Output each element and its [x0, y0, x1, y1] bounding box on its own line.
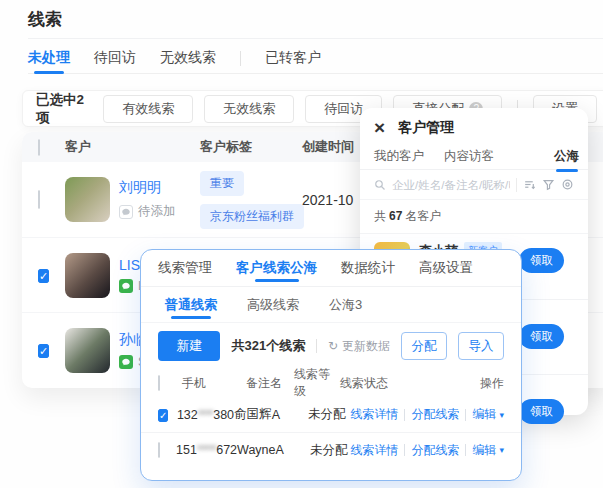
page-tab-bar: 未处理 待回访 无效线索 已转客户 — [28, 43, 603, 74]
page-title: 线索 — [28, 8, 62, 31]
wechat-status: 待添加 — [138, 203, 176, 220]
close-icon[interactable]: × — [374, 120, 385, 136]
header-customer: 客户 — [65, 138, 200, 156]
lead-pool-table-header: 手机 备注名 线索等级 线索状态 操作 — [141, 369, 521, 397]
search-icon — [374, 179, 386, 191]
customer-name-link[interactable]: 刘明明 — [119, 179, 176, 197]
subtab-pool3[interactable]: 公海3 — [329, 287, 362, 322]
op-divider — [465, 444, 466, 456]
claim-button[interactable]: 领取 — [519, 399, 564, 424]
customer-panel-tab-bar: 我的客户 内容访客 公海 — [360, 144, 588, 170]
tab-advanced-settings[interactable]: 高级设置 — [419, 250, 473, 286]
search-input[interactable] — [392, 179, 510, 191]
app-window: 线索 未处理 待回访 无效线索 已转客户 已选中2项 有效线索 无效线索 待回访… — [0, 0, 603, 488]
op-divider — [404, 444, 405, 456]
assign-lead-link[interactable]: 分配线索 — [411, 406, 459, 423]
masked-digits: ***** — [197, 443, 216, 457]
tab-public-pool[interactable]: 公海 — [554, 148, 579, 165]
chevron-down-icon[interactable]: ▾ — [499, 445, 504, 455]
row-checkbox[interactable]: ✓ — [38, 269, 49, 283]
avatar — [65, 253, 110, 298]
filter-icon[interactable] — [542, 178, 555, 191]
sort-icon[interactable] — [523, 178, 536, 191]
tab-data-statistics[interactable]: 数据统计 — [341, 250, 395, 286]
tab-unprocessed[interactable]: 未处理 — [28, 43, 70, 73]
header-operations: 操作 — [394, 375, 504, 392]
valid-lead-button[interactable]: 有效线索 — [103, 95, 193, 123]
lead-detail-link[interactable]: 线索详情 — [350, 406, 398, 423]
lead-level: A — [272, 408, 308, 422]
customer-search-bar — [360, 170, 588, 200]
row-checkbox[interactable]: ✓ — [38, 344, 49, 358]
wechat-icon — [119, 279, 133, 293]
leads-pool-panel: 线索管理 客户线索公海 数据统计 高级设置 普通线索 高级线索 公海3 新建 共… — [140, 249, 522, 481]
edit-link[interactable]: 编辑 — [472, 406, 496, 423]
row-checkbox[interactable]: ✓ — [158, 409, 168, 422]
op-divider — [465, 409, 466, 421]
panel-title: 客户管理 — [398, 119, 454, 137]
lead-status: 未分配 — [308, 406, 350, 423]
remark-name: Wayne — [237, 443, 275, 457]
header-tags: 客户标签 — [200, 138, 302, 156]
lead-actions-bar: 新建 共321个线索 ↻ 更新数据 分配 导入 — [141, 323, 521, 369]
tab-converted[interactable]: 已转客户 — [265, 43, 321, 73]
actions-divider — [316, 339, 317, 353]
search-divider — [516, 178, 517, 192]
avatar — [65, 328, 110, 373]
claim-button[interactable]: 领取 — [519, 324, 564, 349]
tab-customer-lead-pool[interactable]: 客户线索公海 — [236, 250, 317, 286]
tab-divider — [240, 51, 241, 66]
lead-pool-row: 151*****672 Wayne A 未分配 线索详情 分配线索 编辑 ▾ — [141, 432, 521, 467]
lead-pool-row: ✓ 132****380 俞国辉 A 未分配 线索详情 分配线索 编辑 ▾ — [141, 397, 521, 432]
settings-icon[interactable] — [561, 178, 574, 191]
customer-count: 共67名客户 — [360, 200, 588, 234]
op-divider — [404, 409, 405, 421]
subtab-normal-leads[interactable]: 普通线索 — [165, 287, 217, 322]
customer-count-number: 67 — [389, 209, 402, 223]
lead-detail-link[interactable]: 线索详情 — [350, 442, 398, 459]
tab-invalid-leads[interactable]: 无效线索 — [160, 43, 216, 73]
lead-status: 未分配 — [310, 442, 350, 459]
wechat-icon — [119, 355, 133, 369]
select-all-checkbox[interactable] — [38, 139, 40, 156]
edit-link[interactable]: 编辑 — [472, 442, 496, 459]
masked-digits: **** — [198, 408, 213, 422]
header-phone: 手机 — [182, 375, 246, 392]
tab-pending-callback[interactable]: 待回访 — [94, 43, 136, 73]
customer-tag: 京东粉丝福利群 — [200, 204, 304, 229]
select-all-checkbox[interactable] — [158, 375, 160, 391]
phone-number: 151*****672 — [176, 443, 237, 457]
tab-my-customers[interactable]: 我的客户 — [374, 148, 424, 165]
remark-name: 俞国辉 — [234, 406, 272, 423]
assign-button[interactable]: 分配 — [401, 332, 447, 360]
phone-number: 132****380 — [177, 408, 234, 422]
new-lead-button[interactable]: 新建 — [158, 331, 220, 361]
invalid-lead-button[interactable]: 无效线索 — [204, 95, 294, 123]
claim-button[interactable]: 领取 — [519, 248, 564, 273]
assign-lead-link[interactable]: 分配线索 — [411, 442, 459, 459]
title-divider — [28, 38, 603, 39]
tab-content-visitors[interactable]: 内容访客 — [444, 148, 494, 165]
chevron-down-icon[interactable]: ▾ — [499, 410, 504, 420]
wechat-icon — [119, 205, 133, 219]
tab-lead-management[interactable]: 线索管理 — [158, 250, 212, 286]
customer-tag: 重要 — [200, 171, 244, 196]
lead-pool-subtab-bar: 普通线索 高级线索 公海3 — [141, 287, 521, 323]
lead-level: A — [276, 443, 310, 457]
avatar — [65, 177, 110, 222]
header-level: 线索等级 — [294, 366, 340, 400]
header-remark: 备注名 — [246, 375, 294, 392]
row-checkbox[interactable] — [158, 442, 160, 458]
header-status: 线索状态 — [340, 375, 394, 392]
subtab-advanced-leads[interactable]: 高级线索 — [247, 287, 299, 322]
import-button[interactable]: 导入 — [458, 332, 504, 360]
refresh-data-button[interactable]: ↻ 更新数据 — [328, 338, 390, 355]
refresh-icon: ↻ — [328, 339, 338, 353]
lead-count: 共321个线索 — [231, 337, 305, 355]
selected-count: 已选中2项 — [36, 91, 88, 127]
leads-panel-tab-bar: 线索管理 客户线索公海 数据统计 高级设置 — [141, 250, 521, 287]
row-checkbox[interactable] — [38, 190, 40, 209]
